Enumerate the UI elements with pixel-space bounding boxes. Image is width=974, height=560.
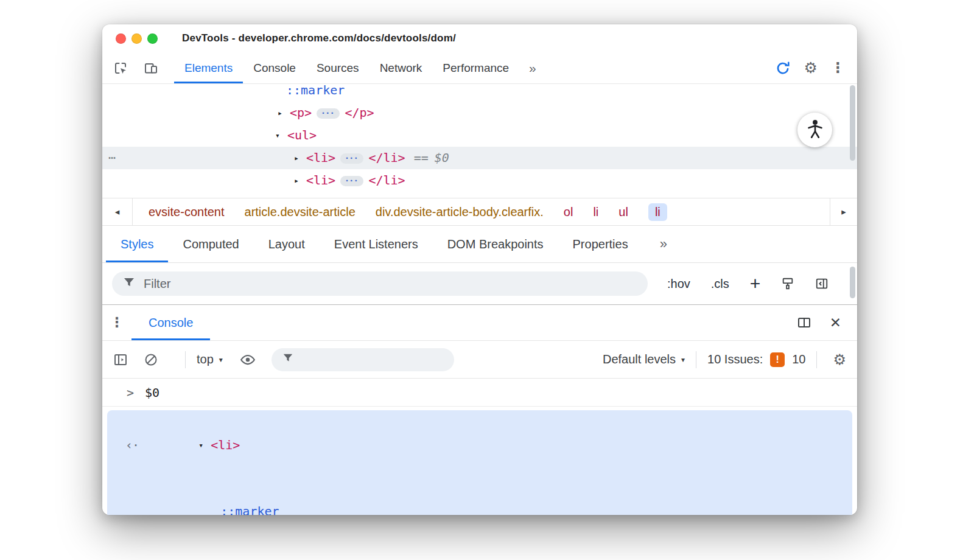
evaluated-expression[interactable]: $0 xyxy=(145,385,159,400)
tab-console-drawer-label: Console xyxy=(149,316,193,330)
selected-node-reference: $0 xyxy=(435,150,449,165)
kebab-menu-icon[interactable]: ⋮ xyxy=(831,61,845,75)
gear-icon[interactable]: ⚙ xyxy=(804,60,818,75)
issues-counter[interactable]: 10 Issues: ! 10 xyxy=(707,352,805,367)
devtools-window: DevTools - developer.chrome.com/docs/dev… xyxy=(102,24,857,515)
breadcrumb-item[interactable]: article.devsite-article xyxy=(245,205,356,219)
live-expression-eye-icon[interactable] xyxy=(240,352,256,368)
paint-roller-icon[interactable] xyxy=(781,277,794,290)
console-filter-input[interactable] xyxy=(301,352,443,367)
tag-close: </p> xyxy=(345,105,374,120)
zoom-window-button[interactable] xyxy=(147,33,158,44)
equals-sign: == xyxy=(414,150,429,165)
tab-performance[interactable]: Performance xyxy=(432,52,519,83)
tab-console-drawer[interactable]: Console xyxy=(131,305,210,340)
expand-arrow-icon[interactable]: ▸ xyxy=(294,169,306,192)
expand-arrow-icon[interactable]: ▸ xyxy=(294,147,306,169)
console-settings-gear-icon[interactable]: ⚙ xyxy=(833,352,846,367)
drawer-kebab-menu-icon[interactable]: ⋮ xyxy=(102,305,131,340)
split-panel-icon[interactable] xyxy=(797,315,811,330)
breadcrumb-item[interactable]: div.devsite-article-body.clearfix. xyxy=(376,205,544,219)
inline-expand-button[interactable]: ••• xyxy=(317,108,340,119)
console-log-row: > $0 xyxy=(102,379,857,407)
dom-scrollbar[interactable] xyxy=(850,85,855,161)
clear-console-icon[interactable] xyxy=(144,352,158,367)
result-line-open: ‹·▾<li> xyxy=(107,412,852,478)
pseudo-element-label: ::marker xyxy=(286,84,345,97)
dom-row-li[interactable]: ▸<li>•••</li> xyxy=(102,169,857,192)
accessibility-button[interactable] xyxy=(797,113,832,147)
tab-properties[interactable]: Properties xyxy=(558,226,643,262)
tag-open: <p> xyxy=(290,105,312,120)
context-selector[interactable]: top ▾ xyxy=(197,352,223,366)
inline-expand-button[interactable]: ••• xyxy=(340,153,363,164)
breadcrumb-back-button[interactable]: ◂ xyxy=(102,198,133,225)
log-levels-selector[interactable]: Default levels ▾ xyxy=(603,352,685,366)
breadcrumb-item[interactable]: ol xyxy=(564,205,573,219)
result-line-marker: ::marker xyxy=(107,478,852,515)
inline-expand-button[interactable]: ••• xyxy=(340,176,363,186)
dom-row-ul[interactable]: ▾<ul> xyxy=(102,124,857,147)
tab-network[interactable]: Network xyxy=(370,52,433,83)
breadcrumb-forward-button[interactable]: ▸ xyxy=(830,198,857,225)
tab-console-label: Console xyxy=(253,61,296,75)
inspect-element-icon[interactable] xyxy=(113,61,128,75)
breadcrumb-item[interactable]: li xyxy=(593,205,598,219)
dom-row-p[interactable]: ▸<p>•••</p> xyxy=(102,102,857,124)
tab-properties-label: Properties xyxy=(573,237,628,251)
close-window-button[interactable] xyxy=(116,33,126,44)
tab-event-listeners[interactable]: Event Listeners xyxy=(320,226,433,262)
dom-row-li-selected[interactable]: ⋯▸<li>•••</li>==$0 xyxy=(102,147,857,169)
new-style-rule-button[interactable]: + xyxy=(750,275,761,293)
more-tabs-button[interactable]: » xyxy=(643,226,684,262)
tab-sources[interactable]: Sources xyxy=(306,52,370,83)
main-toolbar: Elements Console Sources Network Perform… xyxy=(102,52,857,84)
output-arrow-icon: ‹· xyxy=(125,434,139,456)
dom-row-marker[interactable]: ::marker xyxy=(102,84,857,102)
styles-filter-input[interactable] xyxy=(142,276,637,292)
toggle-sidebar-icon[interactable] xyxy=(815,277,829,290)
tag-close: </li> xyxy=(368,173,405,187)
sync-icon[interactable] xyxy=(775,60,791,76)
filter-funnel-icon xyxy=(282,352,293,366)
collapse-arrow-icon[interactable]: ▾ xyxy=(275,124,287,147)
tag-open: <ul> xyxy=(287,128,317,142)
styles-controls: :hov .cls + xyxy=(667,275,829,293)
log-levels-label: Default levels xyxy=(603,352,676,366)
styles-scrollbar[interactable] xyxy=(850,267,855,298)
minimize-window-button[interactable] xyxy=(131,33,142,44)
console-sidebar-icon[interactable] xyxy=(113,352,128,367)
issue-warning-icon: ! xyxy=(770,352,785,367)
chevron-down-icon: ▾ xyxy=(681,355,685,364)
element-classes-button[interactable]: .cls xyxy=(711,277,729,291)
console-result-block: ‹·▾<li> ::marker "The Left Hand of Darkn… xyxy=(107,410,852,515)
tab-layout[interactable]: Layout xyxy=(254,226,320,262)
result-tag-open: <li> xyxy=(211,438,240,452)
tag-open: <li> xyxy=(306,173,335,187)
tab-computed[interactable]: Computed xyxy=(168,226,253,262)
breadcrumb-item-selected[interactable]: li xyxy=(648,203,667,221)
accessibility-person-icon xyxy=(805,119,825,142)
divider xyxy=(696,351,696,368)
overflow-indicator-icon: ⋯ xyxy=(108,147,116,169)
dom-tree: ::marker ▸<p>•••</p> ▾<ul> ⋯▸<li>•••</li… xyxy=(102,84,857,198)
collapse-arrow-icon[interactable]: ▾ xyxy=(198,435,211,457)
breadcrumb-item[interactable]: ul xyxy=(618,205,628,219)
divider xyxy=(816,351,817,368)
tab-console[interactable]: Console xyxy=(243,52,306,83)
tab-styles[interactable]: Styles xyxy=(106,226,168,262)
breadcrumb-item[interactable]: evsite-content xyxy=(149,205,225,219)
tab-elements[interactable]: Elements xyxy=(174,52,243,83)
toggle-element-state-button[interactable]: :hov xyxy=(667,277,690,291)
more-tabs-button[interactable]: » xyxy=(519,52,546,83)
close-icon[interactable]: ✕ xyxy=(830,315,841,331)
tab-sources-label: Sources xyxy=(317,61,359,75)
expand-arrow-icon[interactable]: ▸ xyxy=(278,102,290,124)
device-toolbar-icon[interactable] xyxy=(144,61,158,75)
console-filter xyxy=(272,348,454,371)
tag-open: <li> xyxy=(306,150,335,165)
result-pseudo-element: ::marker xyxy=(220,504,279,515)
tab-dom-breakpoints[interactable]: DOM Breakpoints xyxy=(433,226,558,262)
tab-computed-label: Computed xyxy=(183,237,239,251)
context-selector-label: top xyxy=(197,352,214,366)
